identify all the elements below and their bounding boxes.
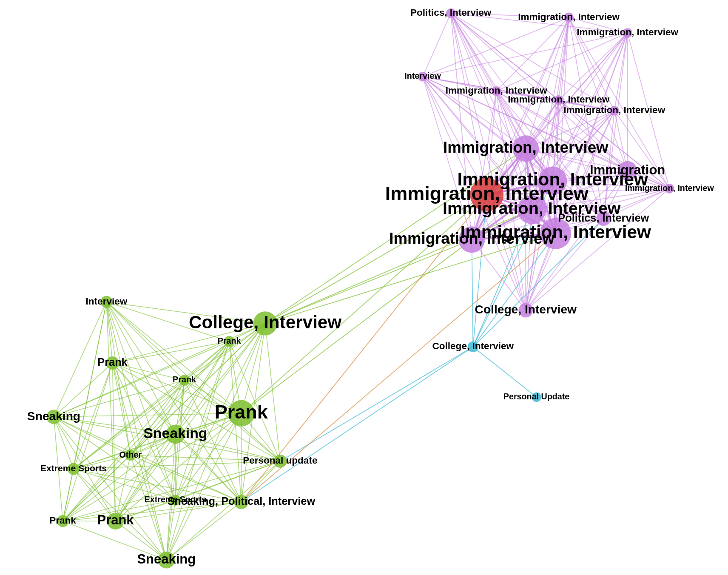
edge (553, 181, 670, 188)
graph-node[interactable] (228, 400, 254, 427)
graph-node[interactable] (540, 218, 571, 249)
labels-layer: Politics, InterviewImmigration, Intervie… (27, 7, 714, 566)
edge (603, 189, 669, 219)
graph-node[interactable] (538, 167, 567, 196)
graph-node[interactable] (158, 552, 175, 568)
edge (106, 302, 265, 324)
edges-layer (54, 13, 669, 560)
graph-node[interactable] (47, 410, 61, 424)
edge (131, 455, 242, 502)
edge (241, 195, 486, 413)
graph-node[interactable] (518, 195, 546, 224)
graph-node[interactable] (564, 13, 574, 23)
edge (106, 302, 229, 342)
graph-node[interactable] (418, 72, 428, 82)
graph-node[interactable] (470, 178, 503, 211)
edge (265, 195, 487, 324)
graph-node[interactable] (57, 515, 69, 527)
network-graph[interactable]: Politics, InterviewImmigration, Intervie… (0, 0, 728, 575)
graph-node[interactable] (68, 463, 80, 475)
edge (113, 363, 131, 455)
graph-node[interactable] (253, 311, 277, 335)
edge (473, 347, 536, 397)
graph-node[interactable] (618, 161, 637, 180)
edge (496, 33, 627, 91)
graph-node[interactable] (623, 28, 632, 38)
graph-node[interactable] (224, 336, 234, 347)
edge (241, 461, 280, 502)
edge (603, 111, 614, 219)
edge (241, 233, 555, 502)
edge (265, 324, 280, 461)
graph-node[interactable] (106, 356, 119, 370)
edge (74, 469, 241, 502)
edge (54, 302, 106, 417)
graph-node[interactable] (234, 495, 248, 509)
graph-node[interactable] (596, 211, 611, 226)
graph-node[interactable] (665, 184, 674, 194)
edge (265, 210, 532, 324)
graph-node[interactable] (179, 375, 190, 386)
edge (113, 363, 116, 521)
graph-node[interactable] (446, 9, 456, 18)
graph-node[interactable] (273, 455, 287, 468)
graph-node[interactable] (512, 135, 539, 162)
graph-node[interactable] (107, 513, 124, 529)
edge (175, 500, 241, 502)
edge (74, 434, 175, 469)
edge (113, 342, 230, 363)
edge (63, 469, 74, 521)
edge (175, 434, 241, 502)
graph-node[interactable] (468, 342, 478, 352)
graph-node[interactable] (459, 226, 485, 253)
edge (472, 239, 473, 347)
graph-node[interactable] (518, 303, 533, 318)
graph-node[interactable] (125, 450, 136, 461)
edge (74, 461, 280, 469)
edge (496, 17, 569, 91)
graph-node[interactable] (492, 86, 501, 96)
edge (54, 413, 241, 417)
graph-node[interactable] (532, 392, 541, 402)
graph-node[interactable] (100, 296, 112, 308)
edge (106, 302, 184, 380)
graph-node[interactable] (170, 495, 181, 505)
graph-node[interactable] (554, 95, 563, 105)
edge (166, 502, 241, 560)
graph-node[interactable] (609, 106, 619, 116)
edge (569, 17, 628, 33)
edge (559, 33, 628, 100)
edge (63, 380, 185, 521)
edge (106, 302, 175, 500)
graph-node[interactable] (166, 425, 185, 444)
edge (54, 417, 63, 521)
edge (241, 324, 265, 413)
edge (423, 77, 487, 194)
edge (74, 469, 116, 521)
